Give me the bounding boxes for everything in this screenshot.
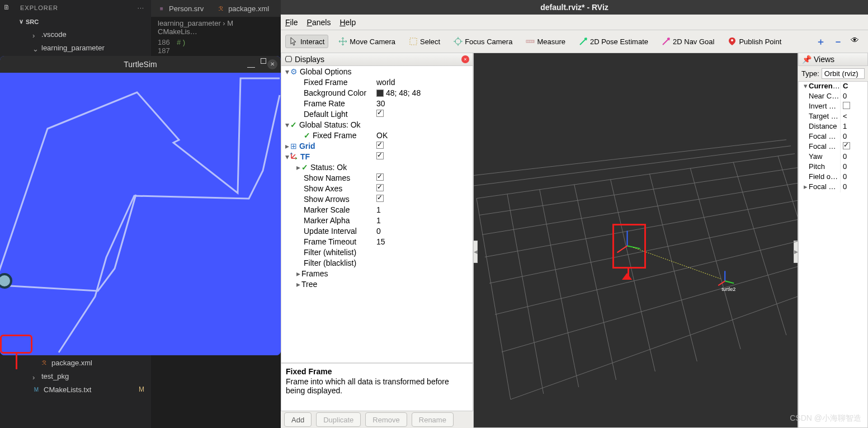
grid-checkbox[interactable] xyxy=(376,142,384,149)
rviz-title[interactable]: default.rviz* - RViz xyxy=(281,0,868,15)
svg-rect-0 xyxy=(0,73,281,355)
menu-panels[interactable]: Panels xyxy=(307,18,331,27)
turtlesim-titlebar[interactable]: TurtleSim — ✕ xyxy=(0,56,281,73)
tf-checkbox[interactable] xyxy=(376,152,384,159)
views-type-combo[interactable]: Orbit (rviz) xyxy=(822,68,865,79)
tf-origin-frame xyxy=(617,231,640,252)
watermark: CSDN @小海聊智造 xyxy=(790,413,861,424)
grid-icon: ⊞ xyxy=(290,142,297,150)
tool-select[interactable]: Select xyxy=(405,35,444,48)
views-type-row: Type: Orbit (rviz) xyxy=(798,66,868,81)
svg-rect-3 xyxy=(410,38,417,45)
tool-interact[interactable]: Interact xyxy=(285,35,328,48)
rviz-toolbar: Interact Move Camera Select Focus Camera… xyxy=(281,30,868,53)
toolbar-minus-icon[interactable]: － xyxy=(833,35,843,48)
maximize-icon[interactable] xyxy=(261,58,266,64)
code-line-187[interactable]: 187 xyxy=(151,46,281,55)
src-header[interactable]: ∨SRC xyxy=(13,16,151,27)
rviz-window: default.rviz* - RViz File Panels Help In… xyxy=(281,0,868,428)
tree-below-turtlesim: ℛpackage.xml ›test_pkg MCMakeLists.txt xyxy=(13,356,151,396)
toolbar-plus-icon[interactable]: ＋ xyxy=(816,35,825,48)
folder-learning-parameter[interactable]: ⌄learning_parameter xyxy=(13,41,151,54)
rename-button[interactable]: Rename xyxy=(412,412,454,427)
tab-package-xml[interactable]: ℛpackage.xml xyxy=(210,0,276,17)
annotation-arrow-1 xyxy=(16,354,17,369)
rviz-menubar: File Panels Help xyxy=(281,15,868,30)
displays-tree[interactable]: ▾⚙ Global Options Fixed Frameworld Backg… xyxy=(281,66,473,363)
files-icon[interactable]: 🗎 xyxy=(0,0,13,15)
tool-focus-camera[interactable]: Focus Camera xyxy=(450,35,516,48)
svg-text:turtle2: turtle2 xyxy=(721,286,735,292)
invert-checkbox[interactable] xyxy=(843,102,850,109)
explorer-title: EXPLORER xyxy=(20,4,58,11)
tf-icon xyxy=(290,152,298,161)
tool-2d-pose[interactable]: 2D Pose Estimate xyxy=(575,35,652,48)
svg-point-4 xyxy=(455,39,461,44)
explorer-more-icon[interactable]: ··· xyxy=(138,4,144,11)
views-tree[interactable]: ▾Current V…C Near Cl…0 Invert … Target …… xyxy=(798,81,868,428)
file-cmakelists[interactable]: MCMakeLists.txt xyxy=(13,383,151,396)
file-package-xml[interactable]: ℛpackage.xml xyxy=(13,356,151,369)
tool-publish-point[interactable]: Publish Point xyxy=(724,35,785,48)
focal-fixed-checkbox[interactable] xyxy=(843,142,850,149)
remove-button[interactable]: Remove xyxy=(365,412,407,427)
show-names-checkbox[interactable] xyxy=(376,173,384,181)
svg-point-6 xyxy=(731,39,733,41)
displays-close-icon[interactable]: × xyxy=(461,55,469,63)
menu-file[interactable]: File xyxy=(285,18,298,27)
tool-2d-nav[interactable]: 2D Nav Goal xyxy=(658,35,718,48)
toolbar-eye-icon[interactable]: 👁 xyxy=(851,35,859,48)
editor-breadcrumb[interactable]: learning_parameter › M CMakeLis… xyxy=(151,17,281,38)
3d-grid: turtle2 xyxy=(474,53,798,427)
svg-line-8 xyxy=(628,246,640,248)
views-panel: 📌Views Type: Orbit (rviz) ▾Current V…C N… xyxy=(798,53,868,428)
code-line-186[interactable]: 186# ) xyxy=(151,38,281,46)
displays-buttons: Add Duplicate Remove Rename xyxy=(281,411,473,428)
tool-move-camera[interactable]: Move Camera xyxy=(335,35,399,48)
default-light-checkbox[interactable] xyxy=(376,110,384,117)
menu-help[interactable]: Help xyxy=(339,18,356,27)
folder-vscode[interactable]: ›.vscode xyxy=(13,27,151,41)
add-button[interactable]: Add xyxy=(284,412,312,427)
displays-header[interactable]: 🖵Displays × xyxy=(281,53,473,66)
folder-test-pkg[interactable]: ›test_pkg xyxy=(13,369,151,383)
show-arrows-checkbox[interactable] xyxy=(376,195,384,202)
duplicate-button[interactable]: Duplicate xyxy=(316,412,361,427)
svg-line-9 xyxy=(617,246,628,252)
rviz-3d-viewport[interactable]: ◀ ▶ xyxy=(473,53,798,428)
annotation-arrowhead xyxy=(621,272,633,280)
svg-line-11 xyxy=(725,281,734,283)
tool-measure[interactable]: Measure xyxy=(522,35,569,48)
views-title: Views xyxy=(814,55,834,64)
gear-icon: ⚙ xyxy=(290,67,298,76)
tab-person-srv[interactable]: ≡Person.srv xyxy=(151,0,210,17)
pin-icon[interactable]: 📌 xyxy=(802,55,812,64)
displays-panel: 🖵Displays × ▾⚙ Global Options Fixed Fram… xyxy=(281,53,473,428)
show-axes-checkbox[interactable] xyxy=(376,184,384,191)
monitor-icon: 🖵 xyxy=(285,55,293,64)
close-icon[interactable]: ✕ xyxy=(267,59,277,69)
displays-description: Fixed Frame Frame into which all data is… xyxy=(281,363,473,411)
turtlesim-canvas[interactable] xyxy=(0,73,281,355)
turtlesim-window: TurtleSim — ✕ xyxy=(0,56,281,355)
turtlesim-title: TurtleSim xyxy=(124,60,157,69)
